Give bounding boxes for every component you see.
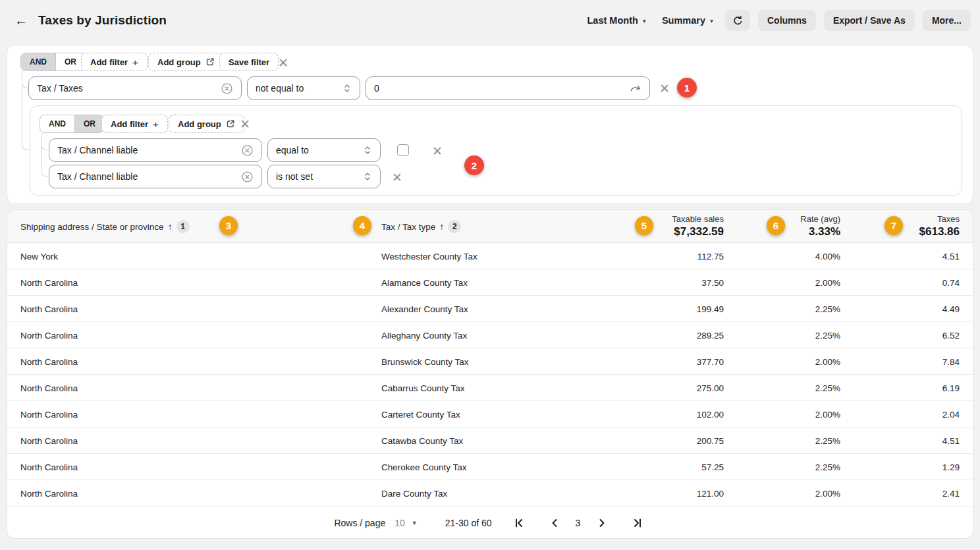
root-and-option[interactable]: AND bbox=[21, 53, 56, 70]
cell-tax-type: Alleghany County Tax bbox=[381, 322, 467, 348]
column-header-taxable-sales[interactable]: Taxable sales $7,332.59 bbox=[672, 213, 724, 239]
cell-state: North Carolina bbox=[20, 427, 78, 454]
rows-per-page-value[interactable]: 10 bbox=[395, 518, 405, 528]
cell-taxable-sales: 377.70 bbox=[645, 348, 724, 375]
refresh-button[interactable] bbox=[725, 10, 750, 31]
root-add-filter-button[interactable]: Add filter + bbox=[81, 53, 148, 71]
cell-rate: 2.00% bbox=[775, 480, 840, 507]
redo-arrow-icon[interactable] bbox=[630, 83, 641, 94]
filter1-field-input[interactable]: Tax / Taxes bbox=[28, 76, 242, 100]
cell-rate: 2.00% bbox=[775, 401, 840, 427]
callout-badge-6: 6 bbox=[767, 216, 785, 235]
group-filter2-operator-select[interactable]: is not set bbox=[267, 165, 381, 188]
cell-state: North Carolina bbox=[20, 296, 78, 322]
column-label: Shipping address / State or province bbox=[20, 222, 164, 232]
column-label: Rate (avg) bbox=[800, 213, 840, 225]
cell-tax-type: Westchester County Tax bbox=[381, 243, 477, 269]
remove-group-filter1-icon[interactable]: ✕ bbox=[432, 145, 443, 157]
cell-taxes: 0.74 bbox=[894, 269, 960, 296]
clear-field-icon[interactable] bbox=[241, 144, 254, 157]
root-add-group-button[interactable]: Add group bbox=[148, 53, 224, 71]
column-header-state[interactable]: Shipping address / State or province ↑ 1 bbox=[20, 210, 190, 243]
group-filter1-field-input[interactable]: Tax / Channel liable bbox=[49, 138, 262, 162]
view-mode-dropdown[interactable]: Summary ▾ bbox=[658, 13, 717, 28]
sort-order-badge: 2 bbox=[448, 220, 461, 233]
group-filter2-field-input[interactable]: Tax / Channel liable bbox=[49, 165, 262, 188]
sort-asc-icon: ↑ bbox=[439, 221, 444, 232]
more-button[interactable]: More... bbox=[923, 10, 971, 31]
group-add-group-button[interactable]: Add group bbox=[169, 115, 244, 133]
group-or-option[interactable]: OR bbox=[75, 115, 104, 132]
refresh-icon bbox=[732, 15, 744, 26]
cell-taxes: 2.04 bbox=[894, 401, 960, 427]
column-header-tax-type[interactable]: Tax / Tax type ↑ 2 bbox=[381, 210, 461, 243]
columns-button[interactable]: Columns bbox=[758, 10, 816, 31]
date-range-value: Last Month bbox=[587, 15, 638, 26]
cell-taxes: 2.41 bbox=[894, 480, 960, 507]
column-header-taxes[interactable]: Taxes $613.86 bbox=[919, 213, 960, 239]
group-filter1-operator-select[interactable]: equal to bbox=[267, 138, 381, 162]
save-filter-label: Save filter bbox=[229, 57, 269, 67]
next-page-button[interactable] bbox=[593, 514, 611, 532]
cell-state: North Carolina bbox=[20, 348, 78, 375]
callout-badge-7: 7 bbox=[885, 216, 903, 235]
cell-state: North Carolina bbox=[20, 480, 78, 507]
cell-taxable-sales: 112.75 bbox=[645, 243, 724, 269]
cell-taxable-sales: 57.25 bbox=[645, 454, 724, 480]
save-filter-button[interactable]: Save filter bbox=[219, 53, 279, 71]
filter-group: AND OR Add filter + Add group ✕ Tax / Ch… bbox=[30, 105, 962, 196]
sort-order-badge: 1 bbox=[177, 220, 190, 233]
current-page-number: 3 bbox=[571, 518, 585, 528]
add-group-label: Add group bbox=[178, 119, 221, 129]
topbar-actions: Last Month ▾ Summary ▾ Columns Export / … bbox=[584, 10, 971, 31]
cell-rate: 2.25% bbox=[775, 427, 840, 454]
cell-taxable-sales: 121.00 bbox=[645, 480, 724, 507]
previous-page-button[interactable] bbox=[546, 514, 563, 532]
add-filter-label: Add filter bbox=[90, 57, 128, 67]
cell-taxable-sales: 37.50 bbox=[645, 269, 724, 296]
group-add-filter-button[interactable]: Add filter + bbox=[101, 115, 168, 133]
cell-tax-type: Carteret County Tax bbox=[381, 401, 460, 427]
callout-badge-3: 3 bbox=[219, 216, 238, 235]
select-chevrons-icon bbox=[363, 171, 372, 182]
group-filter1-value-checkbox[interactable] bbox=[397, 144, 409, 156]
table-row: North Carolina Brunswick County Tax 377.… bbox=[7, 348, 973, 375]
table-row: North Carolina Carteret County Tax 102.0… bbox=[7, 401, 973, 427]
root-andor-toggle: AND OR bbox=[20, 53, 86, 71]
cell-tax-type: Alamance County Tax bbox=[381, 269, 468, 296]
remove-filter1-icon[interactable]: ✕ bbox=[659, 82, 670, 95]
cell-state: North Carolina bbox=[20, 375, 78, 401]
group-tree-connector bbox=[41, 133, 47, 150]
first-page-button[interactable] bbox=[510, 514, 528, 532]
clear-field-icon[interactable] bbox=[241, 171, 254, 183]
group-filter2-operator-value: is not set bbox=[276, 171, 363, 182]
back-arrow-icon[interactable]: ← bbox=[9, 11, 33, 31]
cell-rate: 2.00% bbox=[775, 348, 840, 375]
cell-tax-type: Dare County Tax bbox=[381, 480, 447, 507]
add-filter-label: Add filter bbox=[111, 119, 148, 129]
filter1-value-input[interactable]: 0 bbox=[366, 76, 650, 100]
cell-taxes: 6.52 bbox=[894, 322, 960, 348]
remove-group-filter2-icon[interactable]: ✕ bbox=[392, 171, 402, 184]
cell-rate: 2.25% bbox=[775, 322, 840, 348]
last-page-button[interactable] bbox=[629, 514, 646, 532]
chevron-down-icon[interactable]: ▼ bbox=[412, 520, 418, 526]
cell-taxable-sales: 289.25 bbox=[645, 322, 724, 348]
clear-field-icon[interactable] bbox=[221, 82, 233, 95]
filter1-operator-select[interactable]: not equal to bbox=[247, 76, 360, 100]
column-total: $7,332.59 bbox=[672, 225, 724, 239]
column-header-rate[interactable]: Rate (avg) 3.33% bbox=[800, 213, 840, 239]
date-range-dropdown[interactable]: Last Month ▾ bbox=[584, 13, 650, 28]
add-group-icon bbox=[226, 119, 235, 128]
filter-tree-connector bbox=[22, 71, 28, 88]
cell-state: North Carolina bbox=[20, 322, 78, 348]
group-and-option[interactable]: AND bbox=[40, 115, 75, 132]
table-header: Shipping address / State or province ↑ 1… bbox=[7, 210, 973, 243]
cell-tax-type: Catawba County Tax bbox=[381, 427, 463, 454]
table-row: North Carolina Alexander County Tax 199.… bbox=[7, 296, 973, 322]
clear-all-filters-icon[interactable]: ✕ bbox=[278, 57, 288, 69]
remove-group-icon[interactable]: ✕ bbox=[240, 118, 250, 130]
export-save-as-button[interactable]: Export / Save As bbox=[824, 10, 915, 31]
table-row: North Carolina Dare County Tax 121.00 2.… bbox=[7, 480, 973, 507]
cell-state: North Carolina bbox=[20, 454, 78, 480]
